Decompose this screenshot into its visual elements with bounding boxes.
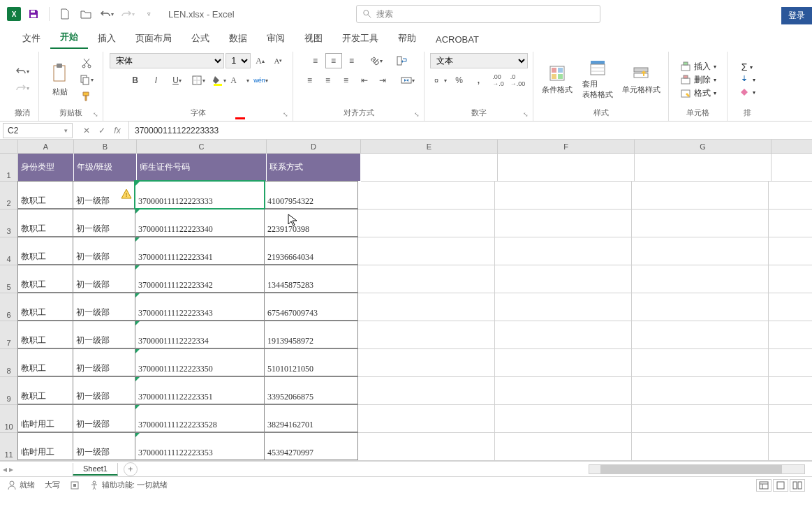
cell-C5[interactable]: 370000111122223342 xyxy=(135,265,265,293)
format-painter-button[interactable] xyxy=(78,89,95,104)
tab-pagelayout[interactable]: 页面布局 xyxy=(126,28,182,49)
cell-G3[interactable] xyxy=(632,210,769,237)
cell-E1[interactable] xyxy=(361,154,498,182)
select-all-corner[interactable] xyxy=(0,140,18,153)
align-bottom-button[interactable]: ≡ xyxy=(344,53,360,68)
cell-D2[interactable]: 41007954322 xyxy=(264,181,358,209)
save-button[interactable] xyxy=(25,6,42,22)
cell-B6[interactable]: 初一级部 xyxy=(73,293,135,321)
tab-devtools[interactable]: 开发工具 xyxy=(332,28,388,49)
tab-view[interactable]: 视图 xyxy=(295,28,332,49)
col-header-F[interactable]: F xyxy=(498,140,635,153)
accounting-format-button[interactable]: ¤▾ xyxy=(431,73,448,88)
undo-button[interactable]: ▾ xyxy=(98,6,115,22)
bold-button[interactable]: B xyxy=(127,73,144,88)
cell-F9[interactable] xyxy=(495,377,632,405)
cell-G11[interactable] xyxy=(632,433,769,461)
increase-font-button[interactable]: A▴ xyxy=(252,53,269,68)
cell-D4[interactable]: 21936664034 xyxy=(264,237,358,265)
align-middle-button[interactable]: ≡ xyxy=(325,53,342,68)
cell-G7[interactable] xyxy=(632,321,769,349)
new-file-button[interactable] xyxy=(57,6,73,22)
cell-E6[interactable] xyxy=(358,293,495,321)
font-size-select[interactable]: 11 xyxy=(226,53,251,68)
comma-button[interactable]: , xyxy=(471,73,487,88)
align-center-button[interactable]: ≡ xyxy=(320,73,337,88)
cell-G4[interactable] xyxy=(632,237,769,265)
clipboard-launcher[interactable]: ⤡ xyxy=(93,111,101,119)
cell-A6[interactable]: 教职工 xyxy=(17,293,73,321)
border-button[interactable]: ▾ xyxy=(190,73,207,88)
col-header-D[interactable]: D xyxy=(267,140,361,153)
cell-C10[interactable]: 3700001111222233528 xyxy=(135,404,265,432)
orientation-button[interactable]: ab▾ xyxy=(369,53,385,68)
login-button[interactable]: 登录 xyxy=(781,7,812,24)
row-header-6[interactable]: 6 xyxy=(0,293,18,321)
cell-B4[interactable]: 初一级部 xyxy=(73,237,135,265)
number-launcher[interactable]: ⤡ xyxy=(523,111,531,119)
cell-G5[interactable] xyxy=(632,265,769,293)
cell-D3[interactable]: 2239170398 xyxy=(264,209,358,237)
formula-input[interactable]: 370000111122223333 xyxy=(129,122,812,139)
cell-E10[interactable] xyxy=(358,405,495,433)
cell-G1[interactable] xyxy=(635,154,772,182)
qat-customize-button[interactable]: ▿ xyxy=(140,6,157,22)
cell-F8[interactable] xyxy=(495,349,632,377)
sheet-nav[interactable]: ◂ ▸ xyxy=(3,464,13,474)
cell-F5[interactable] xyxy=(495,265,632,293)
new-sheet-button[interactable]: + xyxy=(124,462,138,476)
cell-E2[interactable] xyxy=(358,182,495,210)
cell-D11[interactable]: 45394270997 xyxy=(264,432,358,460)
tab-review[interactable]: 审阅 xyxy=(257,28,295,49)
fill-button[interactable]: ▾ xyxy=(739,74,755,85)
cell-E8[interactable] xyxy=(358,349,495,377)
row-header-3[interactable]: 3 xyxy=(0,210,18,237)
search-box[interactable]: 搜索 xyxy=(356,5,600,23)
status-macro[interactable] xyxy=(70,480,80,490)
cell-D1[interactable]: 联系方式 xyxy=(267,154,361,182)
font-name-select[interactable]: 宋体 xyxy=(110,53,224,68)
cell-A5[interactable]: 教职工 xyxy=(17,265,73,293)
cell-G9[interactable] xyxy=(632,377,769,405)
cell-E9[interactable] xyxy=(358,377,495,405)
autosum-button[interactable]: Σ▾ xyxy=(741,61,753,73)
cell-C1[interactable]: 师生证件号码 xyxy=(137,154,267,182)
cell-C7[interactable]: 37000011112222334 xyxy=(135,321,265,348)
cell-A3[interactable]: 教职工 xyxy=(17,209,73,237)
row-header-7[interactable]: 7 xyxy=(0,321,18,349)
cell-E11[interactable] xyxy=(358,433,495,461)
status-accessibility[interactable]: 辅助功能: 一切就绪 xyxy=(89,480,168,490)
col-header-B[interactable]: B xyxy=(74,140,137,153)
col-header-C[interactable]: C xyxy=(137,140,267,153)
redo-button[interactable]: ▾ xyxy=(119,6,136,22)
cell-C4[interactable]: 370000111122223341 xyxy=(135,237,265,265)
cell-C6[interactable]: 370000111122223343 xyxy=(135,293,265,321)
underline-button[interactable]: U▾ xyxy=(169,73,186,88)
conditional-format-button[interactable]: 条件格式 xyxy=(539,55,575,104)
cell-A4[interactable]: 教职工 xyxy=(17,237,73,265)
copy-button[interactable]: ▾ xyxy=(78,72,95,87)
cell-B2[interactable]: 初一级部! xyxy=(73,181,135,209)
cell-A1[interactable]: 身份类型 xyxy=(18,154,74,182)
cell-B7[interactable]: 初一级部 xyxy=(73,321,135,348)
cell-B1[interactable]: 年级/班级 xyxy=(74,154,137,182)
tab-acrobat[interactable]: ACROBAT xyxy=(426,30,489,49)
cell-C9[interactable]: 370000111122223351 xyxy=(135,376,265,404)
cell-D5[interactable]: 13445875283 xyxy=(264,265,358,293)
tab-insert[interactable]: 插入 xyxy=(88,28,126,49)
clear-button[interactable]: ▾ xyxy=(739,87,755,98)
page-layout-view-button[interactable] xyxy=(773,479,788,492)
cell-F2[interactable] xyxy=(495,182,632,210)
cell-E5[interactable] xyxy=(358,265,495,293)
row-header-10[interactable]: 10 xyxy=(0,405,18,433)
cell-G10[interactable] xyxy=(632,405,769,433)
page-break-view-button[interactable] xyxy=(790,479,805,492)
font-color-button[interactable]: A▾ xyxy=(232,73,249,88)
accept-formula-button[interactable]: ✓ xyxy=(95,124,109,138)
row-header-8[interactable]: 8 xyxy=(0,349,18,377)
name-box[interactable]: C2▾ xyxy=(3,123,73,138)
row-header-11[interactable]: 11 xyxy=(0,433,18,461)
insert-cells-button[interactable]: 插入▾ xyxy=(680,61,716,73)
merge-center-button[interactable]: ▾ xyxy=(399,73,416,88)
horizontal-scrollbar[interactable] xyxy=(589,464,805,474)
